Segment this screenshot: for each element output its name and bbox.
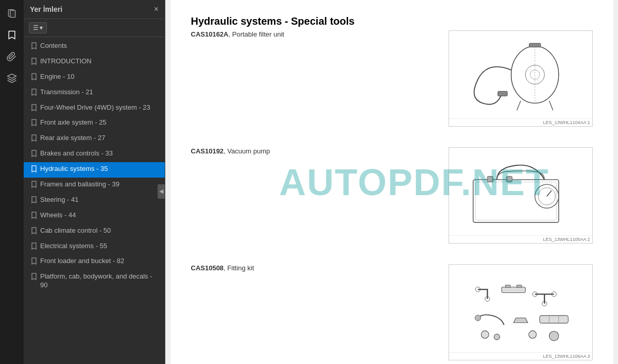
- bookmark-label: Platform, cab, bodywork, and decals - 90: [40, 272, 160, 290]
- bookmark-icon: [31, 119, 37, 129]
- bookmark-icon: [31, 104, 37, 114]
- bookmark-label: Frames and ballasting - 39: [40, 180, 160, 189]
- bookmark-item-bm-hydraulic[interactable]: Hydraulic systems - 35: [24, 162, 165, 178]
- svg-point-32: [549, 331, 558, 340]
- bookmark-icon: [31, 181, 37, 190]
- bookmark-item-bm-intro[interactable]: INTRODUCTION: [24, 55, 165, 70]
- icon-bar: [0, 0, 24, 364]
- image-caption-1: LES_13WHL1104AA 1: [449, 118, 592, 126]
- bookmark-icon: [31, 273, 37, 283]
- svg-rect-15: [487, 176, 493, 182]
- bookmark-icon: [31, 242, 37, 252]
- svg-point-25: [475, 315, 480, 321]
- page-title: Hydraulic systems - Special tools: [191, 15, 593, 27]
- svg-point-30: [494, 334, 500, 340]
- bookmark-list: Contents INTRODUCTION Engine - 10 Tran: [24, 37, 165, 364]
- bookmark-item-bm-frames[interactable]: Frames and ballasting - 39: [24, 178, 165, 193]
- bookmark-item-bm-front-axle[interactable]: Front axle system - 25: [24, 116, 165, 131]
- bookmark-item-bm-4wd[interactable]: Four-Wheel Drive (4WD) system - 23: [24, 101, 165, 116]
- toolbar-menu-button[interactable]: ☰ ▾: [29, 22, 47, 33]
- svg-rect-4: [497, 91, 507, 96]
- bookmark-icon: [31, 212, 37, 221]
- attachments-icon-btn[interactable]: [3, 47, 21, 66]
- page-area: Hydraulic systems - Special tools: [170, 0, 613, 364]
- svg-rect-16: [506, 176, 512, 182]
- svg-rect-19: [502, 287, 525, 292]
- bookmark-item-bm-brakes[interactable]: Brakes and controls - 33: [24, 147, 165, 162]
- svg-rect-10: [473, 180, 558, 222]
- tool-entry-3: LES_13WHL1106AA 3 CAS10508, Fitting kit: [191, 264, 593, 364]
- collapse-arrow[interactable]: ◀: [158, 184, 165, 199]
- svg-line-9: [549, 101, 553, 110]
- svg-point-31: [528, 331, 536, 338]
- bookmark-label: Rear axle system - 27: [40, 134, 160, 143]
- bookmark-item-bm-rear-axle[interactable]: Rear axle system - 27: [24, 131, 165, 147]
- bookmark-item-bm-platform[interactable]: Platform, cab, bodywork, and decals - 90: [24, 270, 165, 292]
- bookmark-label: Hydraulic systems - 35: [40, 165, 160, 174]
- bookmark-icon: [31, 89, 37, 98]
- bookmark-label: Contents: [40, 42, 160, 50]
- bookmark-icon: [31, 196, 37, 206]
- bookmark-icon: [31, 257, 37, 267]
- bookmarks-icon-btn[interactable]: [3, 26, 21, 44]
- svg-rect-21: [517, 285, 521, 288]
- bookmark-item-bm-front-loader[interactable]: Front loader and bucket - 82: [24, 254, 165, 270]
- bookmark-label: Electrical systems - 55: [40, 242, 160, 251]
- bookmark-icon: [31, 165, 37, 175]
- sidebar-title: Yer İmleri: [30, 5, 62, 13]
- bookmark-icon: [31, 42, 37, 52]
- sidebar-toolbar: ☰ ▾: [24, 19, 165, 37]
- tool-entry-1: LES_13WHL1104AA 1 CAS10162A, Portable fi…: [191, 30, 593, 132]
- tool-image-1: LES_13WHL1104AA 1: [449, 30, 593, 127]
- tool-image-2: LES_13WHL1105AA 2: [449, 147, 593, 244]
- tool-entry-2: LES_13WHL1105AA 2 CAS10192, Vacuum pump: [191, 147, 593, 249]
- bookmark-icon: [31, 150, 37, 160]
- main-content[interactable]: Hydraulic systems - Special tools: [165, 0, 618, 364]
- bookmark-item-bm-steering[interactable]: Steering - 41: [24, 193, 165, 209]
- sidebar-header: Yer İmleri ×: [24, 0, 165, 19]
- svg-rect-5: [529, 43, 540, 47]
- bookmark-item-bm-contents[interactable]: Contents: [24, 39, 165, 55]
- svg-line-14: [546, 190, 551, 196]
- svg-line-8: [517, 101, 520, 110]
- sidebar-scroll-area: Contents INTRODUCTION Engine - 10 Tran: [24, 37, 165, 364]
- svg-rect-1: [10, 10, 15, 17]
- bookmark-item-bm-transmission[interactable]: Transmission - 21: [24, 85, 165, 101]
- svg-rect-11: [475, 182, 556, 220]
- bookmark-label: Steering - 41: [40, 196, 160, 204]
- image-caption-3: LES_13WHL1106AA 3: [449, 352, 592, 360]
- tool-image-3: LES_13WHL1106AA 3: [449, 264, 593, 360]
- bookmark-icon: [31, 134, 37, 144]
- bookmark-label: Transmission - 21: [40, 88, 160, 97]
- pages-icon-btn[interactable]: [3, 4, 21, 23]
- bookmark-label: Brakes and controls - 33: [40, 149, 160, 158]
- bookmark-item-bm-engine[interactable]: Engine - 10: [24, 70, 165, 85]
- bookmark-label: Engine - 10: [40, 73, 160, 81]
- bookmark-item-bm-electrical[interactable]: Electrical systems - 55: [24, 239, 165, 255]
- close-icon[interactable]: ×: [154, 5, 159, 13]
- svg-point-29: [481, 331, 489, 338]
- bookmark-item-bm-cab[interactable]: Cab climate control - 50: [24, 224, 165, 239]
- bookmark-label: Cab climate control - 50: [40, 227, 160, 235]
- bookmark-icon: [31, 58, 37, 67]
- image-caption-2: LES_13WHL1105AA 2: [449, 235, 592, 243]
- bookmark-label: Four-Wheel Drive (4WD) system - 23: [40, 103, 160, 112]
- layers-icon-btn[interactable]: [3, 69, 21, 88]
- bookmark-label: Front axle system - 25: [40, 118, 160, 127]
- svg-rect-20: [505, 285, 510, 288]
- bookmark-item-bm-wheels[interactable]: Wheels - 44: [24, 209, 165, 224]
- bookmark-label: Front loader and bucket - 82: [40, 257, 160, 266]
- bookmark-label: INTRODUCTION: [40, 57, 160, 66]
- svg-rect-26: [539, 316, 568, 323]
- bookmark-icon: [31, 227, 37, 237]
- bookmark-label: Wheels - 44: [40, 211, 160, 220]
- bookmark-icon: [31, 73, 37, 83]
- sidebar-panel: Yer İmleri × ☰ ▾ Contents INTRODUCTION: [24, 0, 165, 364]
